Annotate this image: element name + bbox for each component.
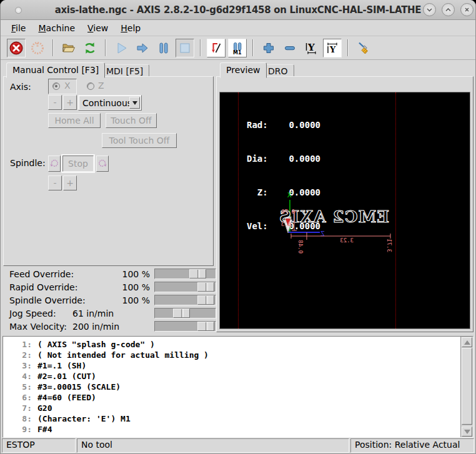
spindle-override-slider[interactable] <box>154 295 216 305</box>
spindle-override-row: Spindle Override: 100 % <box>3 294 215 307</box>
jog-mode-select[interactable]: Continuous <box>78 95 142 111</box>
rapid-override-slider[interactable] <box>154 282 216 292</box>
maximize-button[interactable] <box>442 3 455 16</box>
gcode-scrollbar[interactable] <box>461 337 473 437</box>
slider-thumb[interactable] <box>173 308 190 318</box>
scroll-down-button[interactable] <box>462 427 472 437</box>
triangle-down-icon <box>464 430 470 434</box>
estop-button[interactable] <box>7 39 26 57</box>
menu-help[interactable]: Help <box>115 22 146 34</box>
home-all-button[interactable]: Home All <box>48 113 101 128</box>
gcode-line[interactable]: 1:( AXIS "splash g-code" ) <box>11 339 460 350</box>
chevron-up-icon <box>445 6 452 13</box>
gcode-line-text: ( AXIS "splash g-code" ) <box>37 340 155 349</box>
gcode-listing[interactable]: 1:( AXIS "splash g-code" ) 2:( Not inten… <box>3 337 461 437</box>
toolbar-separator <box>347 39 349 56</box>
gcode-line-text: (Character: 'E') M1 <box>37 414 131 423</box>
scroll-up-button[interactable] <box>462 337 472 347</box>
zoom-out-button[interactable] <box>280 39 299 57</box>
gcode-line-text: #1=.1 (SH) <box>37 361 86 370</box>
menu-view[interactable]: View <box>82 22 114 34</box>
open-folder-icon <box>61 41 76 56</box>
stop-program-button[interactable] <box>176 39 194 57</box>
tool-touch-off-button[interactable]: Tool Touch Off <box>102 133 177 148</box>
rapid-override-label: Rapid Override: <box>9 282 77 292</box>
slider-thumb[interactable] <box>189 269 206 279</box>
gcode-line[interactable]: 2:( Not intended for actual milling ) <box>11 350 460 360</box>
gcode-line-text: F#4 <box>37 425 52 434</box>
feed-override-slider[interactable] <box>154 269 216 279</box>
gcode-line-number: 3: <box>11 360 32 371</box>
clear-plot-button[interactable] <box>354 39 373 57</box>
radio-dot <box>55 85 57 87</box>
touch-off-button[interactable]: Touch Off <box>106 113 157 128</box>
machine-power-button[interactable] <box>28 39 47 57</box>
chevron-down-icon <box>426 6 433 13</box>
gcode-line[interactable]: 9:F#4 <box>11 424 460 435</box>
gcode-line-number: 4: <box>11 371 32 382</box>
dim-z-start-label: 0.48 <box>297 240 304 254</box>
spindle-ccw-button[interactable] <box>48 155 61 172</box>
gcode-line[interactable]: 4:#2=.01 (CUT) <box>11 371 460 382</box>
gcode-line-text: G20 <box>37 403 52 413</box>
chevron-down-icon <box>132 101 137 105</box>
show-extents-button[interactable]: Y <box>302 39 320 57</box>
zoom-out-icon <box>282 41 297 56</box>
tab-preview[interactable]: Preview <box>220 62 267 78</box>
jog-minus-button[interactable]: - <box>48 95 62 110</box>
toolbar: M1 Y Y <box>1 36 475 60</box>
reload-file-button[interactable] <box>81 39 99 57</box>
axis-label: Axis: <box>10 82 31 92</box>
combo-arrow-button[interactable] <box>129 97 140 109</box>
skip-lines-button[interactable] <box>207 39 226 57</box>
reload-icon <box>82 41 97 56</box>
spindle-cw-icon <box>97 159 107 169</box>
show-extents-icon: Y <box>304 41 319 56</box>
minimize-button[interactable] <box>423 3 436 16</box>
axis-z-label: Z <box>98 81 104 91</box>
jog-plus-button[interactable]: + <box>63 95 77 110</box>
gcode-line[interactable]: 5:#3=.00015 (SCALE) <box>11 382 460 392</box>
run-program-button[interactable] <box>112 39 131 57</box>
scrollbar-thumb[interactable] <box>462 348 472 425</box>
spindle-stop-button[interactable]: Stop <box>62 155 94 172</box>
toolbar-separator <box>105 39 106 56</box>
show-machine-limits-button[interactable]: Y <box>323 39 342 57</box>
axis-z-radio[interactable] <box>87 82 94 90</box>
svg-text:M1: M1 <box>233 49 242 55</box>
gcode-line-number: 2: <box>11 350 32 360</box>
x-axis-label: X <box>287 191 292 199</box>
menu-machine[interactable]: Machine <box>32 22 81 34</box>
gcode-line[interactable]: 3:#1=.1 (SH) <box>11 360 460 371</box>
jog-speed-row: Jog Speed: 61 in/min <box>3 307 215 320</box>
close-button[interactable] <box>460 3 474 16</box>
zoom-in-button[interactable] <box>259 39 278 57</box>
optional-stop-button[interactable]: M1 <box>228 39 247 57</box>
open-file-button[interactable] <box>59 39 78 57</box>
spindle-minus-button[interactable]: - <box>48 175 62 190</box>
slider-thumb[interactable] <box>197 282 214 292</box>
slider-thumb[interactable] <box>197 322 214 331</box>
menu-file[interactable]: File <box>6 22 31 34</box>
max-velocity-slider[interactable] <box>154 321 216 332</box>
axis-x-radio-frame: X <box>48 79 77 94</box>
pause-program-button[interactable] <box>154 39 173 57</box>
dim-r2-label: 0.3 <box>281 221 291 227</box>
spindle-plus-button[interactable]: + <box>63 175 77 190</box>
step-line-button[interactable] <box>133 39 152 57</box>
window-title: axis-lathe.ngc - AXIS 2.8.2-10-g6d29f145… <box>1 4 475 16</box>
jog-speed-label: Jog Speed: <box>9 308 56 318</box>
gcode-line[interactable]: 7:G20 <box>11 403 460 413</box>
gcode-line[interactable]: 6:#4=60 (FEED) <box>11 392 460 403</box>
menubar: File Machine View Help <box>1 21 475 36</box>
triangle-up-icon <box>464 340 470 345</box>
gcode-line-text: #3=.00015 (SCALE) <box>37 382 121 392</box>
axis-x-radio[interactable] <box>52 82 60 90</box>
spindle-cw-button[interactable] <box>96 155 109 172</box>
tab-manual-control[interactable]: Manual Control [F3] <box>6 62 105 78</box>
slider-thumb[interactable] <box>197 295 214 305</box>
jog-speed-slider[interactable] <box>154 308 216 318</box>
statusbar: ESTOP No tool Position: Relative Actual <box>2 438 474 453</box>
preview-canvas[interactable]: Rad: 0.0000 Dia: 0.0000 Z: 0.0000 Vel: 0… <box>219 92 470 329</box>
gcode-line[interactable]: 8:(Character: 'E') M1 <box>11 413 460 424</box>
